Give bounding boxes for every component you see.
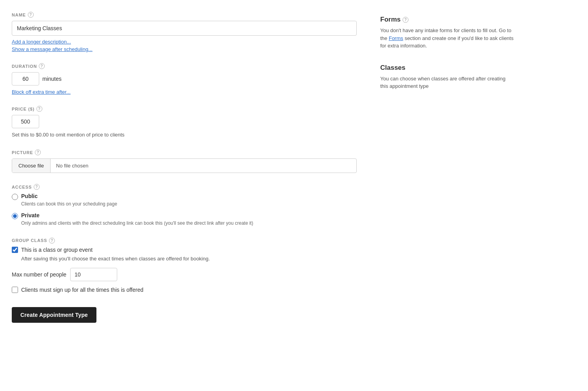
clients-signup-text: Clients must sign up for all the times t… [21,287,143,293]
access-help-icon[interactable]: ? [34,184,40,190]
price-section: PRICE ($) ? Set this to $0.00 to omit me… [12,106,357,138]
choose-file-button[interactable]: Choose file [12,159,51,173]
access-public-title: Public [21,193,38,199]
access-private-label[interactable]: Private [12,212,357,219]
main-form: NAME ? Add a longer description... Show … [12,12,357,323]
access-section: ACCESS ? Public Clients can book this on… [12,184,357,227]
no-file-text: No file chosen [51,159,94,173]
description-links: Add a longer description... Show a messa… [12,39,357,52]
access-public-radio[interactable] [12,194,18,200]
picture-section: PICTURE ? Choose file No file chosen [12,149,357,173]
name-help-icon[interactable]: ? [28,12,34,18]
access-private-option: Private Only admins and clients with the… [12,212,357,227]
group-class-note: After saving this you'll choose the exac… [21,255,357,262]
group-class-checkbox-label[interactable]: This is a class or group event [12,247,357,253]
access-public-desc: Clients can book this on your scheduling… [21,201,357,207]
group-class-label: GROUP CLASS ? [12,238,357,244]
access-label: ACCESS ? [12,184,357,190]
picture-label: PICTURE ? [12,149,357,155]
max-people-row: Max number of people [12,268,357,281]
sidebar-forms-link[interactable]: Forms [389,35,403,41]
add-description-link[interactable]: Add a longer description... [12,39,357,45]
duration-help-icon[interactable]: ? [39,63,45,69]
duration-unit: minutes [42,76,62,82]
block-off-link[interactable]: Block off extra time after... [12,89,71,95]
max-people-input[interactable] [70,268,117,281]
price-label: PRICE ($) ? [12,106,357,112]
duration-input[interactable] [12,72,39,85]
duration-label: DURATION ? [12,63,357,69]
access-public-option: Public Clients can book this on your sch… [12,193,357,207]
group-class-section: GROUP CLASS ? This is a class or group e… [12,238,357,293]
sidebar-classes-title: Classes [380,64,514,72]
access-private-desc: Only admins and clients with the direct … [21,220,357,227]
show-message-link[interactable]: Show a message after scheduling... [12,46,357,52]
price-note: Set this to $0.00 to omit mention of pri… [12,131,357,138]
sidebar: Forms ? You don't have any intake forms … [380,12,514,323]
group-class-checkbox[interactable] [12,247,18,253]
clients-signup-label[interactable]: Clients must sign up for all the times t… [12,287,357,293]
sidebar-classes-text: You can choose when classes are offered … [380,75,514,90]
sidebar-forms-help-icon[interactable]: ? [403,17,408,23]
access-public-label[interactable]: Public [12,193,357,200]
file-input-row: Choose file No file chosen [12,158,357,173]
price-help-icon[interactable]: ? [36,106,42,112]
name-section: NAME ? Add a longer description... Show … [12,12,357,52]
duration-section: DURATION ? minutes Block off extra time … [12,63,357,95]
sidebar-forms-title: Forms ? [380,16,514,24]
name-label: NAME ? [12,12,357,18]
sidebar-forms-text: You don't have any intake forms for clie… [380,27,514,50]
create-appointment-button[interactable]: Create Appointment Type [12,307,96,323]
access-private-title: Private [21,212,40,218]
duration-row: minutes [12,72,357,85]
name-input[interactable] [12,21,357,36]
price-input[interactable] [12,115,39,128]
sidebar-forms-section: Forms ? You don't have any intake forms … [380,16,514,50]
group-class-checkbox-text: This is a class or group event [21,247,93,253]
sidebar-classes-section: Classes You can choose when classes are … [380,64,514,90]
max-people-label: Max number of people [12,271,66,278]
picture-help-icon[interactable]: ? [35,149,41,155]
clients-signup-checkbox[interactable] [12,287,18,293]
access-private-radio[interactable] [12,213,18,219]
group-class-help-icon[interactable]: ? [49,238,55,244]
